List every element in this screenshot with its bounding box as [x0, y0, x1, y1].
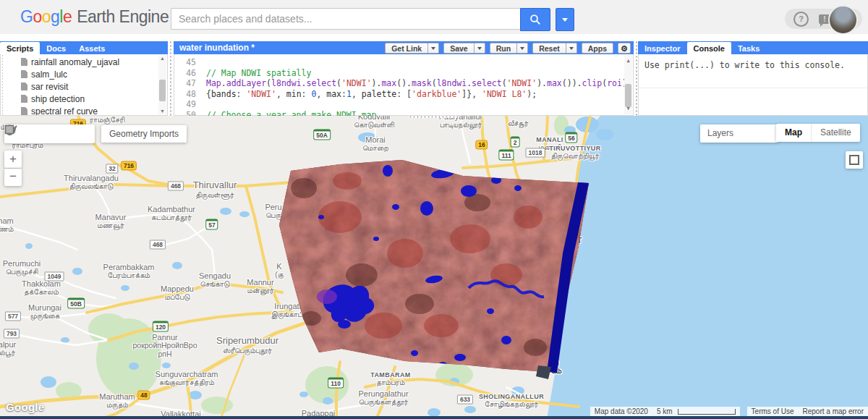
- code-token: .: [221, 78, 226, 88]
- save-button-group: Save: [443, 43, 485, 54]
- tab-docs[interactable]: Docs: [40, 42, 72, 54]
- line-number: 45: [174, 57, 196, 68]
- logo-letter: g: [51, 7, 59, 26]
- code-token: :: [341, 89, 346, 99]
- search-icon: [529, 14, 541, 25]
- code-token: l8ndwi: [271, 78, 302, 88]
- map-type-toggle: Map Satellite: [776, 124, 860, 142]
- editor-scrollbar[interactable]: ▲ ▼: [624, 55, 632, 114]
- report-map-error-link[interactable]: Report a map error: [799, 407, 868, 416]
- get-link-button[interactable]: Get Link: [385, 43, 428, 54]
- geometry-imports-button[interactable]: Geometry Imports: [101, 125, 187, 143]
- apps-button-group: Apps: [582, 43, 613, 54]
- save-button[interactable]: Save: [443, 43, 475, 54]
- scripts-list: rainfall anomaly_ujavalsalm_lulcsar revi…: [5, 56, 158, 116]
- zoom-out-button[interactable]: −: [4, 169, 22, 186]
- logo-letter: G: [20, 7, 33, 26]
- code-editor[interactable]: 454647484950 // Map NDWI spatiallyMap.ad…: [174, 54, 634, 116]
- script-item[interactable]: rainfall anomaly_ujaval: [5, 56, 158, 68]
- line-number: 46: [174, 68, 196, 79]
- code-token: max: [381, 78, 396, 88]
- code-token: (: [502, 78, 507, 88]
- reset-dropdown[interactable]: [566, 43, 577, 54]
- scroll-down-icon[interactable]: ▼: [624, 103, 632, 114]
- apps-button[interactable]: Apps: [582, 43, 613, 54]
- code-token: min: [286, 89, 302, 99]
- console-body: Use print(...) to write to this console.: [638, 54, 868, 116]
- map-splitter-handle[interactable]: [409, 116, 459, 118]
- code-token: Map: [206, 78, 221, 88]
- script-item[interactable]: salm_lulc: [5, 68, 158, 80]
- search-options-dropdown[interactable]: [556, 8, 574, 31]
- map-type-satellite-button[interactable]: Satellite: [811, 124, 860, 142]
- google-earth-engine-logo[interactable]: GoogleEarth Engine: [20, 7, 169, 27]
- search-button[interactable]: [520, 8, 550, 31]
- map-area[interactable]: ம்புரம்ராமஞ்சேரிராமாபுரமKoduvalliகொடுவள்…: [0, 116, 868, 419]
- map-data-text: Map data ©2020: [590, 407, 652, 416]
- file-icon: [21, 82, 27, 90]
- left-splitter[interactable]: [168, 41, 174, 116]
- scroll-up-icon[interactable]: ▲: [158, 56, 166, 61]
- gee-app: GoogleEarth Engine ? ! ScriptsDocsAssets: [0, 0, 868, 419]
- scroll-up-icon[interactable]: ▲: [624, 56, 632, 67]
- get-link-dropdown[interactable]: [428, 43, 439, 54]
- scripts-panel-tabs: ScriptsDocsAssets: [0, 41, 168, 54]
- console-panel-tabs: InspectorConsoleTasks: [638, 41, 868, 54]
- code-line: Map.addLayer(l8ndwi.select('NDWI').max()…: [206, 78, 633, 89]
- tab-inspector[interactable]: Inspector: [638, 42, 687, 54]
- fullscreen-button[interactable]: [846, 151, 863, 169]
- help-icon[interactable]: ?: [793, 12, 809, 27]
- avatar[interactable]: [828, 5, 858, 35]
- code-token: ()).: [562, 78, 582, 88]
- code-token: clip: [582, 78, 602, 88]
- reset-button[interactable]: Reset: [532, 43, 566, 54]
- tab-console[interactable]: Console: [687, 42, 731, 54]
- settings-gear-button[interactable]: ⚙: [618, 43, 631, 54]
- code-token: 'NDWI': [341, 78, 372, 88]
- panel-resize-gutter[interactable]: [1, 54, 4, 115]
- script-title: water inundation *: [174, 43, 385, 54]
- scroll-down-icon[interactable]: ▼: [158, 109, 166, 114]
- tab-scripts[interactable]: Scripts: [0, 42, 40, 54]
- code-token: // Map NDWI spatially: [206, 68, 311, 78]
- code-token: (: [432, 78, 437, 88]
- script-item[interactable]: ship detection: [5, 93, 158, 105]
- code-token: roi: [607, 78, 622, 88]
- logo-letter: o: [42, 7, 51, 26]
- code-token: ).: [537, 78, 547, 88]
- map-type-map-button[interactable]: Map: [776, 124, 811, 142]
- code-token: select: [307, 78, 337, 88]
- polygon-tool-button[interactable]: [59, 124, 77, 143]
- code-token: .: [302, 78, 307, 88]
- script-item-label: ship detection: [31, 94, 85, 104]
- code-lines[interactable]: // Map NDWI spatiallyMap.addLayer(l8ndwi…: [200, 54, 633, 115]
- code-token: ().: [396, 78, 412, 88]
- editor-toolbar: Get LinkSaveRunResetApps⚙: [385, 43, 634, 54]
- tab-assets[interactable]: Assets: [72, 42, 111, 54]
- code-token: (: [336, 78, 341, 88]
- layers-button[interactable]: Layers: [700, 124, 778, 143]
- save-dropdown[interactable]: [475, 43, 485, 54]
- scroll-thumb[interactable]: [159, 80, 166, 101]
- line-number: 47: [174, 78, 196, 89]
- terms-of-use-link[interactable]: Terms of Use: [747, 407, 799, 416]
- code-line: {bands: 'NDWI', min: 0, max:1, palette: …: [206, 89, 633, 100]
- tab-tasks[interactable]: Tasks: [731, 42, 766, 54]
- point-tool-button[interactable]: [22, 124, 41, 143]
- rectangle-tool-button[interactable]: [77, 124, 95, 143]
- script-item[interactable]: spectral ref curve: [5, 105, 158, 116]
- scale-control: 5 km: [652, 407, 740, 416]
- top-header: GoogleEarth Engine ? !: [0, 0, 868, 35]
- code-token: 'darkblue': [412, 89, 461, 99]
- scripts-scrollbar[interactable]: ▲ ▼: [158, 55, 166, 114]
- zoom-in-button[interactable]: +: [4, 151, 22, 168]
- search-input[interactable]: [171, 8, 520, 30]
- code-token: ,: [352, 89, 362, 99]
- code-token: ,: [316, 89, 326, 99]
- run-button[interactable]: Run: [490, 43, 517, 54]
- ndwi-l8-overlay-image: [0, 116, 868, 419]
- code-token: palette: [362, 89, 396, 99]
- line-tool-button[interactable]: [41, 124, 59, 143]
- script-item[interactable]: sar revisit: [5, 80, 158, 93]
- run-dropdown[interactable]: [517, 43, 528, 54]
